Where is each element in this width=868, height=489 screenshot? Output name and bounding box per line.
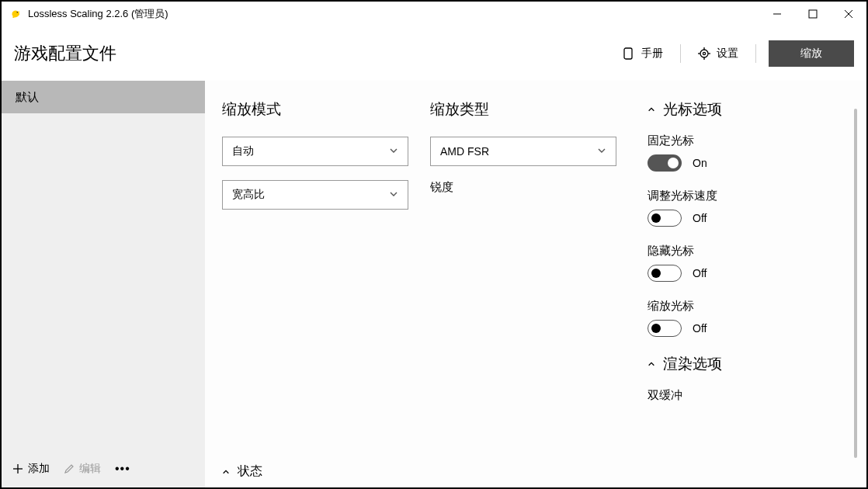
plus-icon	[12, 463, 23, 474]
svg-point-6	[700, 50, 708, 57]
chevron-down-icon	[389, 189, 398, 201]
toggle-state: Off	[693, 212, 707, 224]
dropdown-value: 宽高比	[232, 188, 389, 202]
separator	[755, 44, 756, 63]
settings-button[interactable]: 设置	[687, 42, 749, 65]
scale-cursor-toggle[interactable]	[648, 320, 682, 337]
settings-label: 设置	[717, 47, 738, 61]
scale-cursor-row: 缩放光标 Off	[648, 299, 843, 337]
more-button[interactable]: •••	[115, 462, 130, 476]
add-label: 添加	[28, 462, 50, 476]
dropdown-value: 自动	[232, 144, 389, 158]
aspect-ratio-dropdown[interactable]: 宽高比	[222, 180, 408, 210]
scaling-mode-dropdown[interactable]: 自动	[222, 137, 408, 166]
scaling-type-dropdown[interactable]: AMD FSR	[430, 137, 616, 166]
close-button[interactable]	[831, 2, 866, 26]
hide-cursor-toggle[interactable]	[648, 265, 682, 282]
toggle-state: Off	[693, 322, 707, 335]
window-title: Lossless Scaling 2.2.6 (管理员)	[28, 7, 168, 21]
header: 游戏配置文件 手册 设置 缩放	[2, 26, 866, 81]
scale-button[interactable]: 缩放	[769, 40, 854, 67]
sidebar-item-default[interactable]: 默认	[2, 81, 205, 113]
lock-cursor-row: 固定光标 On	[648, 134, 843, 172]
scaling-mode-section: 缩放模式 自动 宽高比	[205, 81, 422, 487]
page-title: 游戏配置文件	[14, 42, 612, 65]
svg-rect-2	[809, 10, 817, 18]
sidebar: 默认 添加 编辑 •••	[2, 81, 205, 487]
pencil-icon	[64, 463, 75, 474]
manual-button[interactable]: 手册	[612, 42, 674, 65]
content: 缩放模式 自动 宽高比 缩放类型 AMD FSR	[205, 81, 866, 487]
double-buffer-row: 双缓冲	[648, 388, 843, 403]
edit-button[interactable]: 编辑	[64, 462, 101, 476]
render-options-expander[interactable]: 渲染选项	[648, 354, 843, 374]
sidebar-bottom: 添加 编辑 •••	[2, 450, 205, 487]
gear-icon	[698, 47, 710, 60]
svg-point-7	[703, 52, 705, 54]
options-section: 光标选项 固定光标 On 调整光标速度 Off	[640, 81, 866, 487]
render-options-heading: 渲染选项	[663, 354, 722, 374]
lock-cursor-label: 固定光标	[648, 134, 843, 148]
more-icon: •••	[115, 462, 130, 476]
main: 默认 添加 编辑 ••• 缩放模式	[2, 81, 866, 487]
scaling-type-section: 缩放类型 AMD FSR 锐度	[422, 81, 640, 487]
cursor-options-heading: 光标选项	[663, 99, 722, 120]
adjust-cursor-speed-label: 调整光标速度	[648, 189, 843, 203]
toggle-state: Off	[693, 267, 707, 279]
book-icon	[623, 47, 635, 60]
edit-label: 编辑	[79, 462, 101, 476]
toggle-state: On	[693, 157, 707, 169]
chevron-up-icon	[648, 106, 655, 113]
status-expander[interactable]: 状态	[222, 463, 262, 480]
app-icon	[8, 6, 23, 22]
scrollbar[interactable]	[854, 109, 857, 458]
scale-cursor-label: 缩放光标	[648, 299, 843, 314]
chevron-down-icon	[597, 145, 606, 158]
adjust-cursor-speed-toggle[interactable]	[648, 210, 682, 227]
hide-cursor-row: 隐藏光标 Off	[648, 244, 843, 282]
app-window: Lossless Scaling 2.2.6 (管理员) 游戏配置文件 手册 设…	[0, 0, 868, 489]
titlebar: Lossless Scaling 2.2.6 (管理员)	[2, 2, 866, 26]
chevron-down-icon	[389, 145, 398, 158]
status-label: 状态	[238, 463, 262, 480]
svg-point-0	[17, 12, 19, 13]
add-button[interactable]: 添加	[12, 462, 50, 476]
chevron-up-icon	[648, 360, 655, 368]
manual-label: 手册	[641, 47, 663, 61]
lock-cursor-toggle[interactable]	[648, 154, 682, 172]
double-buffer-label: 双缓冲	[648, 388, 843, 403]
adjust-cursor-speed-row: 调整光标速度 Off	[648, 189, 843, 227]
chevron-up-icon	[222, 468, 230, 476]
maximize-button[interactable]	[795, 2, 831, 26]
minimize-button[interactable]	[759, 2, 795, 26]
scaling-mode-heading: 缩放模式	[222, 99, 405, 120]
hide-cursor-label: 隐藏光标	[648, 244, 843, 258]
svg-rect-5	[624, 48, 632, 59]
dropdown-value: AMD FSR	[440, 145, 597, 158]
scaling-type-heading: 缩放类型	[430, 99, 623, 120]
separator	[680, 44, 681, 63]
sharpness-label: 锐度	[430, 180, 623, 195]
cursor-options-expander[interactable]: 光标选项	[648, 99, 843, 120]
